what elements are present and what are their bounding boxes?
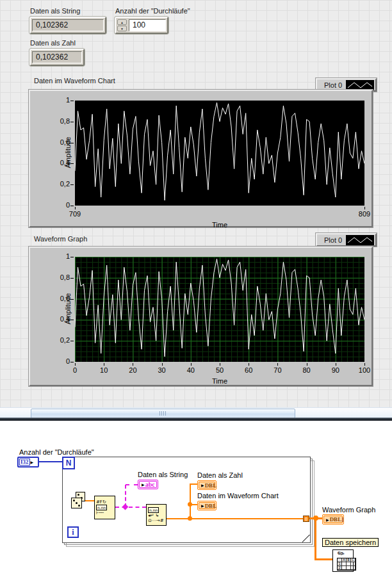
string-indicator-value: 0,102362 xyxy=(32,19,104,31)
string-terminal[interactable]: ▶ abc xyxy=(138,480,158,489)
terminal-arrow-icon: ▶ xyxy=(326,517,329,522)
string-wire[interactable] xyxy=(126,484,138,485)
waveform-graph-plot[interactable] xyxy=(75,257,364,362)
array-wire[interactable] xyxy=(314,519,316,560)
fn-glyph: ◂↵ ↳ xyxy=(148,513,165,518)
iteration-terminal[interactable]: i xyxy=(67,526,79,538)
save-data-label[interactable]: Daten speichern xyxy=(322,538,379,547)
x-tick-label: 90 xyxy=(323,366,348,374)
waveform-graph: Waveform Graph Plot 0 Amplitude Time 00,… xyxy=(29,232,378,389)
decrement-button[interactable]: ▼ xyxy=(117,26,127,31)
x-tick-mark xyxy=(75,207,76,209)
wire-junction[interactable] xyxy=(188,516,192,521)
x-tick-mark xyxy=(307,363,307,366)
loop-count-terminal[interactable]: I32 ▶ xyxy=(17,457,39,467)
scrollbar-thumb[interactable] xyxy=(31,409,295,418)
x-tick-label: 50 xyxy=(207,366,233,374)
string-terminal-label: Daten als String xyxy=(138,471,188,478)
array-wire[interactable] xyxy=(314,558,332,560)
loop-count-terminal-label: Anzahl der "Durchläufe" xyxy=(19,448,94,456)
x-axis-label: Time xyxy=(200,377,239,385)
waveform-graph-title: Waveform Graph xyxy=(34,235,87,243)
waveform-chart-title: Daten im Waveform Chart xyxy=(34,77,115,85)
x-tick-label: 809 xyxy=(352,210,377,218)
scrollbar-grip-icon xyxy=(159,411,167,416)
x-tick-mark xyxy=(104,363,104,366)
spreadsheet-table-icon: A B C 1 2 xyxy=(337,558,356,571)
loop-resize-handle[interactable] xyxy=(302,535,310,542)
y-tick-label: 0,8 xyxy=(42,117,70,125)
y-tick-label: 0 xyxy=(42,201,70,209)
x-tick-mark xyxy=(133,363,133,366)
y-tick-mark xyxy=(70,362,74,362)
count-control-label: Anzahl der "Durchläufe" xyxy=(115,7,190,15)
x-tick-label: 60 xyxy=(236,366,261,374)
x-tick-label: 100 xyxy=(352,366,377,374)
dbl-type-icon: DBL xyxy=(330,516,342,523)
wire-junction[interactable] xyxy=(188,502,192,507)
x-tick-label: 40 xyxy=(178,366,204,374)
number-to-string-function[interactable]: #F↻ n.nn ⊦┄┄ xyxy=(94,496,115,519)
x-tick-mark xyxy=(162,363,163,366)
x-tick-label: 20 xyxy=(120,366,145,374)
x-tick-mark xyxy=(364,363,365,366)
fn-glyph: #F↻ xyxy=(96,500,113,505)
array-bracket-icon: ] xyxy=(341,516,343,523)
x-tick-label: 80 xyxy=(294,366,320,374)
dbl-wire[interactable] xyxy=(190,484,197,485)
waveform-graph-panel: Amplitude Time 00,20,40,60,8101020304050… xyxy=(29,247,373,386)
number-indicator-label: Daten als Zahl xyxy=(30,39,76,47)
count-spinner[interactable]: ▲ ▼ xyxy=(117,19,127,31)
number-terminal-label: Daten als Zahl xyxy=(197,471,243,479)
y-axis-label: Amplitude xyxy=(64,283,72,334)
waveform-chart-plot[interactable] xyxy=(75,101,364,206)
fn-glyph: ⊦┄┄ xyxy=(96,510,113,516)
x-tick-mark xyxy=(75,363,76,366)
plot-line-swatch-icon xyxy=(346,80,374,90)
y-tick-mark xyxy=(70,206,74,206)
dbl-type-icon: DBL xyxy=(205,482,217,489)
number-terminal[interactable]: ▶ DBL xyxy=(197,480,216,490)
increment-button[interactable]: ▲ xyxy=(117,19,127,25)
number-indicator-value: 0,102362 xyxy=(32,51,82,63)
y-axis-label: Amplitude xyxy=(64,127,72,178)
x-tick-label: 10 xyxy=(91,366,117,374)
string-indicator[interactable]: 0,102362 xyxy=(29,17,106,34)
count-value[interactable]: 100 xyxy=(129,19,166,31)
terminal-arrow-icon: ▶ xyxy=(142,482,145,487)
dbl-wire[interactable] xyxy=(190,484,191,519)
y-tick-mark xyxy=(70,341,74,341)
string-wire[interactable] xyxy=(115,507,146,508)
string-to-number-function[interactable]: n.nn ◂↵ ↳ ⊙⋯→# xyxy=(146,504,167,526)
count-control[interactable]: ▲ ▼ 100 xyxy=(115,17,168,34)
y-tick-mark xyxy=(70,257,74,257)
terminal-arrow-icon: ▶ xyxy=(201,483,204,487)
plot-legend-label: Plot 0 xyxy=(317,81,342,89)
write-spreadsheet-file-icon[interactable]: ✎ A B C 1 2 xyxy=(332,549,354,572)
chart-terminal[interactable]: ▶ DBL xyxy=(197,501,216,510)
dice-wire[interactable] xyxy=(85,500,94,501)
i32-wire[interactable] xyxy=(39,461,62,462)
number-indicator[interactable]: 0,102362 xyxy=(29,49,85,66)
x-axis-label: Time xyxy=(200,221,239,229)
waveform-chart-panel: Amplitude Time 00,20,40,60,81709809 xyxy=(29,90,373,227)
indexing-tunnel[interactable]: [] xyxy=(303,516,309,522)
waveform-graph-legend[interactable]: Plot 0 xyxy=(316,233,377,247)
random-number-icon[interactable] xyxy=(71,492,86,509)
plot-legend-label: Plot 0 xyxy=(317,236,342,244)
y-tick-mark xyxy=(70,101,74,101)
waveform-chart: Daten im Waveform Chart Plot 0 Amplitude… xyxy=(29,76,378,229)
front-panel: Daten als String 0,102362 Anzahl der "Du… xyxy=(0,0,392,418)
i32-type-icon: I32 xyxy=(19,459,30,466)
terminal-arrow-icon: ▶ xyxy=(201,503,204,508)
y-tick-label: 1 xyxy=(42,252,70,260)
y-tick-label: 0 xyxy=(42,357,70,365)
plot-line-swatch-icon xyxy=(346,235,374,245)
x-tick-mark xyxy=(249,363,249,366)
horizontal-scrollbar[interactable] xyxy=(0,407,392,418)
x-tick-label: 0 xyxy=(62,366,88,374)
graph-terminal[interactable]: ▶ DBL ] xyxy=(322,514,344,524)
chart-terminal-label: Daten im Waveform Chart xyxy=(197,492,279,500)
x-tick-mark xyxy=(364,207,365,209)
loop-count-N-terminal[interactable]: N xyxy=(62,457,75,469)
